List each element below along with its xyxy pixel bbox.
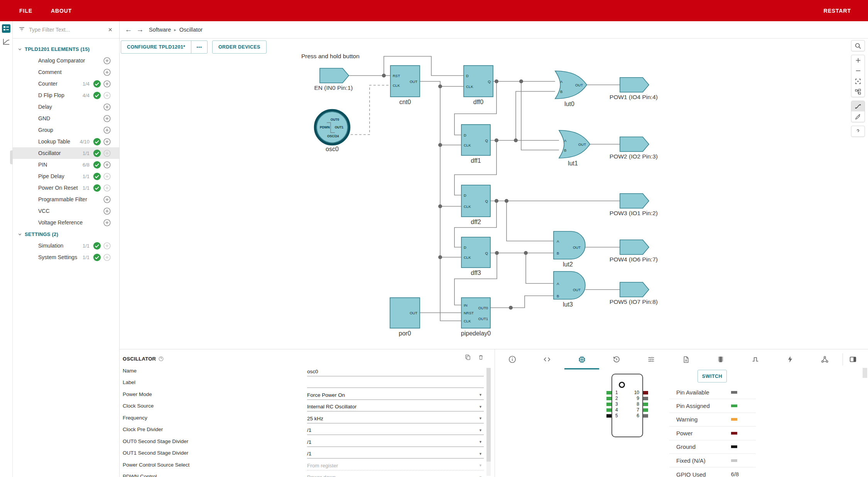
- node-dff1[interactable]: DCLKQdff1: [461, 125, 490, 164]
- property-select[interactable]: /1▼: [307, 451, 484, 458]
- package-pin-10[interactable]: [643, 391, 648, 394]
- switch-button[interactable]: SWITCH: [697, 370, 727, 383]
- zoom-in-icon[interactable]: [851, 55, 865, 66]
- restart-button[interactable]: RESTART: [824, 8, 851, 14]
- node-dff3[interactable]: DCLKQdff3: [461, 237, 490, 276]
- order-devices-button[interactable]: ORDER DEVICES: [212, 40, 267, 54]
- sidebar-item-programmable-filter[interactable]: Programmable Filter: [13, 194, 119, 205]
- back-arrow-icon[interactable]: ←: [123, 24, 134, 35]
- help-icon[interactable]: [851, 126, 865, 137]
- sidebar-item-voltage-reference[interactable]: Voltage Reference: [13, 217, 119, 228]
- sidebar-item-system-settings[interactable]: System Settings1/1: [13, 251, 119, 263]
- tab-info[interactable]: [495, 349, 530, 369]
- properties-scrollbar[interactable]: [486, 368, 491, 476]
- forward-arrow-icon[interactable]: →: [134, 24, 146, 35]
- side-panel-icon[interactable]: [849, 355, 857, 364]
- route-icon[interactable]: [851, 101, 865, 111]
- node-en[interactable]: EN (IN0 Pin:1): [314, 68, 353, 91]
- node-lut1[interactable]: ABOUTlut1: [559, 130, 590, 167]
- sidebar-item-pin[interactable]: PIN6/8: [13, 159, 119, 170]
- sidebar-item-analog-comparator[interactable]: Analog Comparator: [13, 55, 119, 66]
- package-pin-9[interactable]: [643, 397, 648, 400]
- sidebar-item-power-on-reset[interactable]: Power On Reset1/1: [13, 182, 119, 194]
- sidebar-item-comment[interactable]: Comment: [13, 66, 119, 78]
- search-icon[interactable]: [851, 40, 865, 51]
- menu-about[interactable]: ABOUT: [51, 8, 72, 14]
- help-circle-icon[interactable]: [159, 356, 164, 361]
- tab-chip[interactable]: [564, 349, 599, 369]
- add-element-icon[interactable]: [103, 103, 111, 111]
- node-lut3[interactable]: ABOUTlut3: [554, 271, 585, 308]
- sidebar-item-pipe-delay[interactable]: Pipe Delay1/1: [13, 170, 119, 182]
- package-pin-5[interactable]: [606, 414, 611, 418]
- package-pin-2[interactable]: [606, 397, 611, 400]
- add-element-icon[interactable]: [103, 138, 111, 146]
- copy-icon[interactable]: [464, 354, 471, 361]
- node-lut2[interactable]: ABOUTlut2: [554, 231, 585, 268]
- elements-view-icon[interactable]: [2, 24, 11, 33]
- add-element-icon[interactable]: [103, 196, 111, 204]
- node-dff0[interactable]: DCLKQdff0: [464, 66, 493, 105]
- property-input[interactable]: [307, 380, 484, 388]
- menu-file[interactable]: FILE: [19, 8, 32, 14]
- property-input[interactable]: osc0: [307, 369, 484, 376]
- auto-layout-icon[interactable]: [851, 86, 865, 97]
- add-element-icon[interactable]: [103, 68, 111, 76]
- sidebar-resize-handle[interactable]: [10, 150, 13, 164]
- node-pow3[interactable]: POW3 (IO1 Pin:2): [610, 194, 658, 216]
- node-pow4[interactable]: POW4 (IO6 Pin:7): [610, 240, 658, 263]
- sidebar-item-d-flip-flop[interactable]: D Flip Flop4/4: [13, 89, 119, 101]
- add-element-icon[interactable]: [103, 219, 111, 227]
- sidebar-item-vcc[interactable]: VCC: [13, 205, 119, 217]
- package-pin-8[interactable]: [643, 403, 648, 406]
- package-scrollbar-thumb[interactable]: [863, 368, 867, 378]
- waveform-view-icon[interactable]: [2, 37, 11, 46]
- tree-section-header[interactable]: TPLD1201 ELEMENTS (15): [13, 43, 119, 55]
- node-pipedelay0[interactable]: INNRSTCLKOUT0OUT1pipedelay0: [461, 298, 491, 337]
- node-pow2[interactable]: POW2 (IO2 Pin:3): [610, 137, 658, 160]
- sidebar-item-gnd[interactable]: GND: [13, 113, 119, 124]
- tab-code[interactable]: [530, 349, 564, 369]
- node-cnt0[interactable]: RSTCLKOUTcnt0: [390, 66, 420, 105]
- property-select[interactable]: Internal RC Oscillator▼: [307, 404, 484, 411]
- tab-history[interactable]: [599, 349, 634, 369]
- add-element-icon[interactable]: [103, 80, 111, 88]
- tab-document[interactable]: [669, 349, 703, 369]
- package-pin-4[interactable]: [606, 408, 611, 412]
- tab-bolt[interactable]: [773, 349, 807, 369]
- tab-pulse[interactable]: [738, 349, 773, 369]
- add-element-icon[interactable]: [103, 207, 111, 215]
- node-lut0[interactable]: ABOUTlut0: [555, 71, 587, 107]
- node-pow1[interactable]: POW1 (IO4 Pin:4): [610, 78, 658, 100]
- configure-more-button[interactable]: •••: [191, 41, 207, 53]
- filter-input[interactable]: [29, 27, 103, 33]
- add-element-icon[interactable]: [103, 161, 111, 169]
- sidebar-item-simulation[interactable]: Simulation1/1: [13, 240, 119, 251]
- zoom-out-icon[interactable]: [851, 66, 865, 76]
- sidebar-item-delay[interactable]: Delay: [13, 101, 119, 113]
- sidebar-item-lookup-table[interactable]: Lookup Table4/10: [13, 136, 119, 147]
- node-dff2[interactable]: DCLKQdff2: [461, 185, 490, 225]
- sidebar-item-counter[interactable]: Counter1/4: [13, 78, 119, 89]
- property-select[interactable]: Force Power On▼: [307, 392, 484, 400]
- probe-icon[interactable]: [851, 111, 865, 122]
- schematic-canvas[interactable]: CONFIGURE TPLD1201* ••• ORDER DEVICES Pr…: [120, 39, 868, 349]
- delete-icon[interactable]: [478, 354, 484, 361]
- sidebar-item-group[interactable]: Group: [13, 124, 119, 136]
- package-pin-6[interactable]: [643, 414, 648, 418]
- tab-graph[interactable]: [807, 349, 842, 369]
- tab-ic[interactable]: [703, 349, 738, 369]
- node-por0[interactable]: OUTpor0: [390, 298, 420, 337]
- property-select[interactable]: 25 kHz▼: [307, 416, 484, 423]
- sidebar-item-oscillator[interactable]: Oscillator1/1: [13, 147, 119, 159]
- tree-section-header[interactable]: SETTINGS (2): [13, 228, 119, 240]
- configure-button[interactable]: CONFIGURE TPLD1201*: [121, 41, 191, 53]
- clear-filter-icon[interactable]: ×: [106, 25, 114, 34]
- breadcrumb-software[interactable]: Software: [149, 27, 171, 33]
- package-pin-7[interactable]: [643, 408, 648, 412]
- node-pow5[interactable]: POW5 (IO7 Pin:8): [610, 282, 658, 305]
- property-select[interactable]: /1▼: [307, 427, 484, 435]
- property-select[interactable]: /1▼: [307, 439, 484, 447]
- add-element-icon[interactable]: [103, 57, 111, 65]
- fit-view-icon[interactable]: [851, 76, 865, 86]
